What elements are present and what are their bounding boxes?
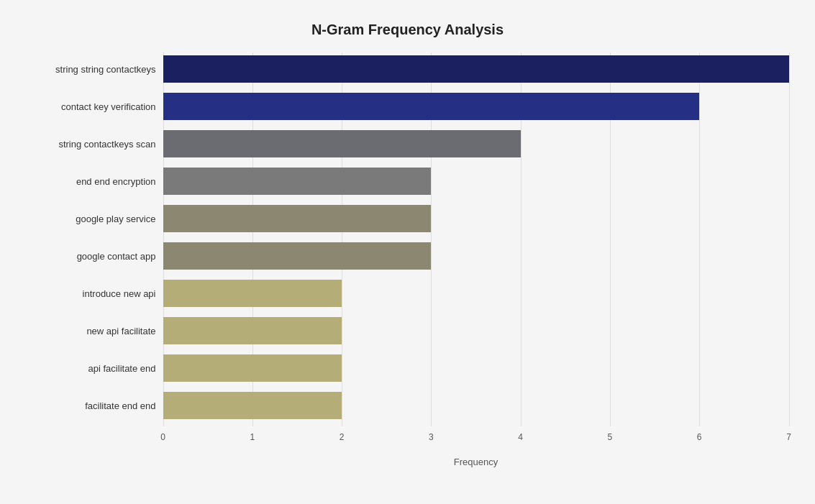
bar-row: end end encryption xyxy=(27,165,789,198)
bar-row: google play service xyxy=(27,202,789,235)
bar-track xyxy=(163,93,789,120)
bar-label: string string contactkeys xyxy=(27,64,163,75)
bar xyxy=(163,130,521,157)
bar-row: introduce new api xyxy=(27,277,789,310)
bar-track xyxy=(163,168,789,195)
x-ticks: 01234567 xyxy=(163,432,789,454)
x-tick-label: 5 xyxy=(608,432,613,442)
bar-row: new api facilitate xyxy=(27,314,789,347)
bar-row: contact key verification xyxy=(27,90,789,123)
bar-label: api facilitate end xyxy=(27,363,163,374)
bar-label: contact key verification xyxy=(27,101,163,112)
bar xyxy=(163,280,342,307)
bar-track xyxy=(163,55,789,83)
x-tick-label: 1 xyxy=(250,432,255,442)
x-axis-label: Frequency xyxy=(27,457,789,467)
grid-line xyxy=(789,52,790,426)
bar xyxy=(163,93,700,120)
bar xyxy=(163,168,432,195)
bar-label: string contactkeys scan xyxy=(27,139,163,150)
bars-wrapper: string string contactkeyscontact key ver… xyxy=(27,52,789,426)
bar-row: string string contactkeys xyxy=(27,52,789,86)
x-tick-label: 6 xyxy=(697,432,702,442)
bar-label: end end encryption xyxy=(27,176,163,187)
bar xyxy=(163,354,342,382)
bar-track xyxy=(163,130,789,157)
bar-label: introduce new api xyxy=(27,288,163,299)
chart-title: N-Gram Frequency Analysis xyxy=(27,22,789,38)
bar-row: string contactkeys scan xyxy=(27,127,789,160)
bar-row: api facilitate end xyxy=(27,352,789,385)
bar xyxy=(163,205,432,232)
bar xyxy=(163,242,432,270)
bar xyxy=(163,392,342,419)
x-tick-label: 7 xyxy=(786,432,791,442)
bar-label: google play service xyxy=(27,214,163,224)
bar-track xyxy=(163,205,789,232)
bar-track xyxy=(163,317,789,344)
bar-label: facilitate end end xyxy=(27,400,163,411)
x-tick-label: 3 xyxy=(429,432,434,442)
bar-track xyxy=(163,242,789,270)
bar-track xyxy=(163,280,789,307)
bar-label: google contact app xyxy=(27,251,163,262)
bar xyxy=(163,55,789,83)
x-tick-label: 4 xyxy=(518,432,523,442)
x-tick-label: 0 xyxy=(160,432,165,442)
bar-row: facilitate end end xyxy=(27,389,789,422)
bar-row: google contact app xyxy=(27,239,789,272)
bar-track xyxy=(163,354,789,382)
bar xyxy=(163,317,342,344)
bar-track xyxy=(163,392,789,419)
chart-area: string string contactkeyscontact key ver… xyxy=(27,52,789,426)
chart-container: N-Gram Frequency Analysis string string … xyxy=(12,0,803,504)
x-tick-label: 2 xyxy=(340,432,345,442)
bar-label: new api facilitate xyxy=(27,326,163,336)
x-axis: 01234567 xyxy=(27,432,789,454)
